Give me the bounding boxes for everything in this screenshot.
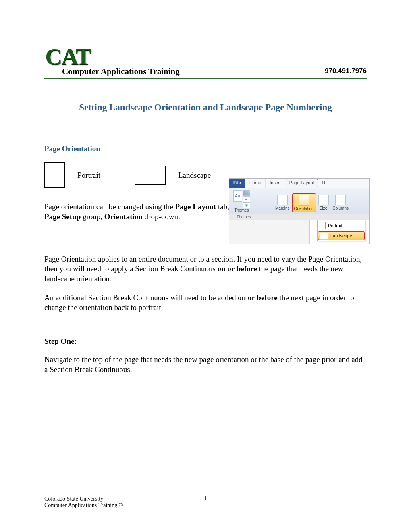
cat-logo-text: CAT	[45, 46, 180, 67]
document-title: Setting Landscape Orientation and Landsc…	[44, 102, 367, 113]
ruler-area: Portrait Landscape	[229, 220, 369, 244]
logo-block: CAT Computer Applications Training	[44, 46, 180, 77]
ribbon-tab-file: File	[229, 179, 245, 188]
landscape-option-icon	[320, 233, 328, 239]
effects-icon: ◉	[243, 202, 250, 208]
portrait-icon	[44, 162, 65, 188]
dropdown-landscape: Landscape	[318, 231, 365, 240]
orientation-icon	[299, 195, 309, 206]
ribbon-tab-insert: Insert	[266, 179, 285, 188]
ribbon-tab-home: Home	[245, 179, 266, 188]
footer: Colorado State University Computer Appli…	[44, 496, 367, 509]
page-header: CAT Computer Applications Training 970.4…	[44, 46, 367, 79]
ribbon-group-themes: Aa A ◉ Themes	[229, 188, 254, 214]
ribbon-group-labels-row: Themes	[229, 214, 369, 220]
size-button: Size	[317, 193, 330, 212]
dropdown-portrait: Portrait	[318, 220, 365, 231]
phone-number: 970.491.7976	[325, 67, 367, 75]
step-one-text: Navigate to the top of the page that nee…	[44, 355, 367, 374]
colors-icon	[243, 190, 250, 196]
themes-label: Themes	[234, 208, 249, 212]
landscape-icon	[135, 166, 166, 185]
margins-button: Margins	[274, 193, 291, 212]
columns-icon	[335, 195, 346, 205]
paragraph-2: Page Orientation applies to an entire do…	[44, 254, 367, 284]
paragraph-3: An additional Section Break Continuous w…	[44, 293, 367, 313]
size-icon	[318, 195, 329, 205]
themes-aa-icon: Aa	[233, 190, 242, 202]
ribbon-tab-page-layout: Page Layout	[286, 179, 318, 187]
footer-line-1: Colorado State University	[44, 496, 367, 502]
ribbon-tab-r: R	[318, 179, 330, 188]
portrait-label: Portrait	[77, 171, 100, 180]
portrait-option-icon	[320, 222, 326, 229]
ribbon-group-page-setup: Margins Orientation Size Columns	[254, 188, 369, 214]
paragraph-1: Page orientation can be changed using th…	[44, 202, 246, 222]
logo-subtitle: Computer Applications Training	[62, 66, 180, 77]
orientation-button: Orientation	[292, 193, 316, 212]
orientation-dropdown: Portrait Landscape	[317, 220, 365, 241]
ribbon-tabs: File Home Insert Page Layout R	[229, 179, 369, 188]
footer-line-2: Computer Applications Training ©	[44, 502, 367, 509]
section-heading-orientation: Page Orientation	[44, 144, 367, 153]
ruler-corner	[229, 220, 310, 244]
ribbon-body: Aa A ◉ Themes Margins Orientation	[229, 188, 369, 214]
margins-icon	[277, 195, 288, 205]
step-one-heading: Step One:	[44, 337, 367, 346]
fonts-icon: A	[243, 196, 250, 202]
columns-button: Columns	[331, 193, 350, 212]
landscape-label: Landscape	[178, 171, 211, 180]
word-ribbon-screenshot: File Home Insert Page Layout R Aa A ◉ Th…	[229, 178, 370, 244]
